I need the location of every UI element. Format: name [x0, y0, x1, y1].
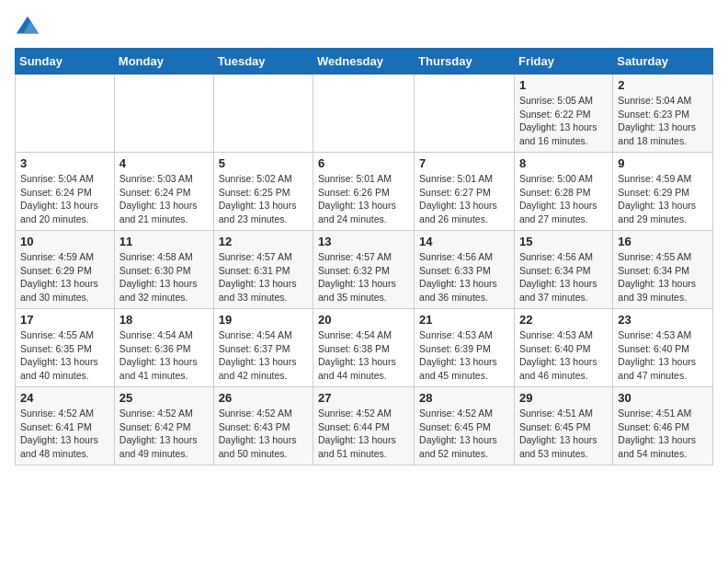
day-number: 30 — [618, 391, 708, 405]
day-number: 20 — [318, 313, 409, 327]
day-number: 1 — [519, 78, 608, 92]
header-cell-thursday: Thursday — [415, 49, 515, 75]
day-cell: 20Sunrise: 4:54 AM Sunset: 6:38 PM Dayli… — [313, 309, 415, 387]
calendar-header: SundayMondayTuesdayWednesdayThursdayFrid… — [16, 49, 713, 75]
day-info: Sunrise: 4:58 AM Sunset: 6:30 PM Dayligh… — [119, 250, 209, 304]
header-row: SundayMondayTuesdayWednesdayThursdayFrid… — [16, 49, 713, 75]
day-info: Sunrise: 4:55 AM Sunset: 6:34 PM Dayligh… — [618, 250, 708, 304]
day-number: 8 — [519, 156, 608, 170]
week-row-2: 3Sunrise: 5:04 AM Sunset: 6:24 PM Daylig… — [16, 153, 713, 231]
day-number: 10 — [20, 235, 109, 248]
day-cell: 19Sunrise: 4:54 AM Sunset: 6:37 PM Dayli… — [213, 309, 313, 387]
header-cell-sunday: Sunday — [16, 49, 115, 75]
day-info: Sunrise: 4:53 AM Sunset: 6:40 PM Dayligh… — [618, 328, 708, 383]
logo-icon — [15, 15, 40, 40]
day-number: 3 — [20, 156, 109, 170]
day-info: Sunrise: 4:54 AM Sunset: 6:37 PM Dayligh… — [219, 328, 308, 383]
day-cell: 24Sunrise: 4:52 AM Sunset: 6:41 PM Dayli… — [16, 387, 115, 465]
day-info: Sunrise: 4:53 AM Sunset: 6:39 PM Dayligh… — [419, 328, 509, 383]
day-number: 16 — [618, 235, 708, 248]
day-cell: 4Sunrise: 5:03 AM Sunset: 6:24 PM Daylig… — [114, 153, 213, 231]
header — [15, 15, 713, 40]
day-cell — [313, 75, 415, 153]
day-cell: 21Sunrise: 4:53 AM Sunset: 6:39 PM Dayli… — [415, 309, 515, 387]
day-info: Sunrise: 4:57 AM Sunset: 6:32 PM Dayligh… — [318, 250, 409, 304]
day-info: Sunrise: 4:59 AM Sunset: 6:29 PM Dayligh… — [618, 172, 708, 226]
day-cell — [415, 75, 515, 153]
day-cell: 15Sunrise: 4:56 AM Sunset: 6:34 PM Dayli… — [514, 231, 612, 309]
day-number: 9 — [618, 156, 708, 170]
day-number: 7 — [419, 156, 509, 170]
day-cell: 27Sunrise: 4:52 AM Sunset: 6:44 PM Dayli… — [313, 387, 415, 465]
day-info: Sunrise: 4:52 AM Sunset: 6:43 PM Dayligh… — [219, 407, 308, 461]
week-row-4: 17Sunrise: 4:55 AM Sunset: 6:35 PM Dayli… — [16, 309, 713, 387]
logo — [15, 15, 44, 40]
day-cell: 16Sunrise: 4:55 AM Sunset: 6:34 PM Dayli… — [613, 231, 713, 309]
day-info: Sunrise: 4:56 AM Sunset: 6:34 PM Dayligh… — [519, 250, 608, 304]
day-number: 27 — [318, 391, 409, 405]
day-cell: 7Sunrise: 5:01 AM Sunset: 6:27 PM Daylig… — [415, 153, 515, 231]
day-cell: 13Sunrise: 4:57 AM Sunset: 6:32 PM Dayli… — [313, 231, 415, 309]
day-info: Sunrise: 4:59 AM Sunset: 6:29 PM Dayligh… — [20, 250, 109, 304]
day-number: 17 — [20, 313, 109, 327]
day-info: Sunrise: 5:02 AM Sunset: 6:25 PM Dayligh… — [219, 172, 308, 226]
day-cell: 22Sunrise: 4:53 AM Sunset: 6:40 PM Dayli… — [514, 309, 612, 387]
day-info: Sunrise: 5:03 AM Sunset: 6:24 PM Dayligh… — [119, 172, 209, 226]
day-info: Sunrise: 4:53 AM Sunset: 6:40 PM Dayligh… — [519, 328, 608, 383]
day-cell — [213, 75, 313, 153]
day-cell: 8Sunrise: 5:00 AM Sunset: 6:28 PM Daylig… — [514, 153, 612, 231]
week-row-1: 1Sunrise: 5:05 AM Sunset: 6:22 PM Daylig… — [16, 75, 713, 153]
week-row-5: 24Sunrise: 4:52 AM Sunset: 6:41 PM Dayli… — [16, 387, 713, 465]
header-cell-friday: Friday — [514, 49, 612, 75]
day-cell: 29Sunrise: 4:51 AM Sunset: 6:45 PM Dayli… — [514, 387, 612, 465]
day-cell: 12Sunrise: 4:57 AM Sunset: 6:31 PM Dayli… — [213, 231, 313, 309]
day-cell: 6Sunrise: 5:01 AM Sunset: 6:26 PM Daylig… — [313, 153, 415, 231]
day-number: 28 — [419, 391, 509, 405]
day-cell: 11Sunrise: 4:58 AM Sunset: 6:30 PM Dayli… — [114, 231, 213, 309]
day-number: 12 — [219, 235, 308, 248]
day-cell: 5Sunrise: 5:02 AM Sunset: 6:25 PM Daylig… — [213, 153, 313, 231]
day-info: Sunrise: 5:01 AM Sunset: 6:26 PM Dayligh… — [318, 172, 409, 226]
day-number: 21 — [419, 313, 509, 327]
day-info: Sunrise: 4:52 AM Sunset: 6:44 PM Dayligh… — [318, 407, 409, 461]
week-row-3: 10Sunrise: 4:59 AM Sunset: 6:29 PM Dayli… — [16, 231, 713, 309]
day-cell: 3Sunrise: 5:04 AM Sunset: 6:24 PM Daylig… — [16, 153, 115, 231]
day-info: Sunrise: 4:57 AM Sunset: 6:31 PM Dayligh… — [219, 250, 308, 304]
day-number: 2 — [618, 78, 708, 92]
day-cell: 30Sunrise: 4:51 AM Sunset: 6:46 PM Dayli… — [613, 387, 713, 465]
day-info: Sunrise: 5:04 AM Sunset: 6:23 PM Dayligh… — [618, 94, 708, 148]
day-cell: 2Sunrise: 5:04 AM Sunset: 6:23 PM Daylig… — [613, 75, 713, 153]
day-info: Sunrise: 4:56 AM Sunset: 6:33 PM Dayligh… — [419, 250, 509, 304]
day-number: 4 — [119, 156, 209, 170]
day-cell: 1Sunrise: 5:05 AM Sunset: 6:22 PM Daylig… — [514, 75, 612, 153]
day-cell: 17Sunrise: 4:55 AM Sunset: 6:35 PM Dayli… — [16, 309, 115, 387]
day-number: 25 — [119, 391, 209, 405]
day-info: Sunrise: 4:51 AM Sunset: 6:45 PM Dayligh… — [519, 407, 608, 461]
day-number: 13 — [318, 235, 409, 248]
day-cell — [114, 75, 213, 153]
day-info: Sunrise: 5:00 AM Sunset: 6:28 PM Dayligh… — [519, 172, 608, 226]
day-number: 26 — [219, 391, 308, 405]
day-info: Sunrise: 4:54 AM Sunset: 6:38 PM Dayligh… — [318, 328, 409, 383]
day-cell: 23Sunrise: 4:53 AM Sunset: 6:40 PM Dayli… — [613, 309, 713, 387]
day-number: 5 — [219, 156, 308, 170]
day-number: 24 — [20, 391, 109, 405]
day-cell: 25Sunrise: 4:52 AM Sunset: 6:42 PM Dayli… — [114, 387, 213, 465]
header-cell-saturday: Saturday — [613, 49, 713, 75]
day-cell: 28Sunrise: 4:52 AM Sunset: 6:45 PM Dayli… — [415, 387, 515, 465]
day-number: 19 — [219, 313, 308, 327]
day-cell — [16, 75, 115, 153]
day-cell: 9Sunrise: 4:59 AM Sunset: 6:29 PM Daylig… — [613, 153, 713, 231]
day-number: 11 — [119, 235, 209, 248]
day-number: 29 — [519, 391, 608, 405]
day-info: Sunrise: 4:52 AM Sunset: 6:45 PM Dayligh… — [419, 407, 509, 461]
header-cell-monday: Monday — [114, 49, 213, 75]
day-info: Sunrise: 5:05 AM Sunset: 6:22 PM Dayligh… — [519, 94, 608, 148]
day-info: Sunrise: 4:52 AM Sunset: 6:41 PM Dayligh… — [20, 407, 109, 461]
day-info: Sunrise: 5:04 AM Sunset: 6:24 PM Dayligh… — [20, 172, 109, 226]
day-number: 6 — [318, 156, 409, 170]
day-number: 18 — [119, 313, 209, 327]
day-cell: 10Sunrise: 4:59 AM Sunset: 6:29 PM Dayli… — [16, 231, 115, 309]
day-number: 14 — [419, 235, 509, 248]
day-info: Sunrise: 4:54 AM Sunset: 6:36 PM Dayligh… — [119, 328, 209, 383]
